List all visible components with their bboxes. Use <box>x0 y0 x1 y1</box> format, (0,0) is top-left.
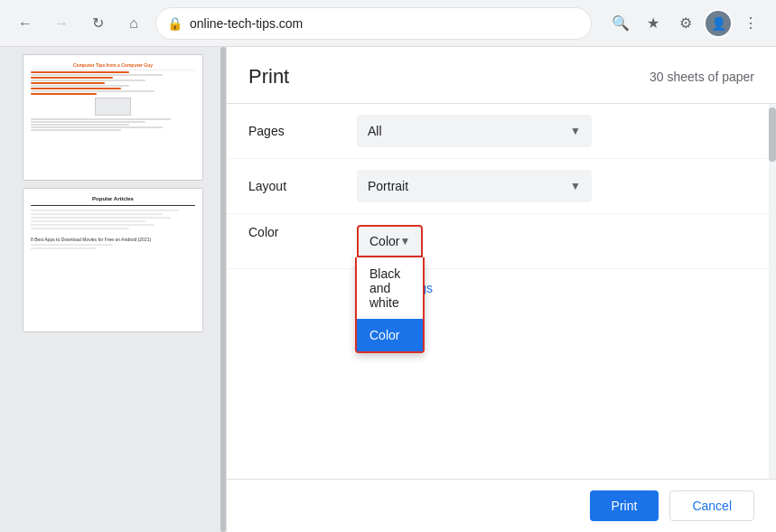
layout-dropdown[interactable]: Portrait ▼ <box>357 170 592 202</box>
page-thumb-2: Popular Articles 8 Best Apps to Download… <box>23 188 203 332</box>
main-content: Computer Tips from a Computer Guy Popula… <box>0 47 776 532</box>
layout-dropdown-arrow: ▼ <box>570 180 581 192</box>
color-option-color[interactable]: Color <box>357 319 423 351</box>
layout-row: Layout Portrait ▼ <box>227 159 776 214</box>
forward-button[interactable]: → <box>47 9 76 38</box>
more-settings-row: More settings <box>227 269 776 307</box>
thumb2-article-text: 8 Best Apps to Download Movies for Free … <box>31 237 195 242</box>
bookmark-icon[interactable]: ★ <box>639 9 668 38</box>
color-label: Color <box>248 225 357 239</box>
thumb1-title: Computer Tips from a Computer Guy <box>31 62 195 68</box>
print-body: Pages All ▼ Layout Portrait ▼ <box>227 104 776 479</box>
layout-value: Portrait <box>368 179 408 193</box>
reload-button[interactable]: ↻ <box>83 9 112 38</box>
color-dropdown[interactable]: Color ▼ <box>357 225 423 257</box>
right-scrollbar[interactable] <box>769 104 776 479</box>
layout-control: Portrait ▼ <box>357 170 754 202</box>
print-panel: Print 30 sheets of paper Pages All ▼ Lay… <box>226 47 776 532</box>
browser-toolbar-icons: 🔍 ★ ⚙ 👤 ⋮ <box>606 9 765 38</box>
right-scrollbar-thumb[interactable] <box>769 107 776 162</box>
print-title: Print <box>248 65 289 89</box>
pages-dropdown-arrow: ▼ <box>570 125 581 137</box>
preview-panel: Computer Tips from a Computer Guy Popula… <box>0 47 226 532</box>
search-icon[interactable]: 🔍 <box>606 9 635 38</box>
extensions-icon[interactable]: ⚙ <box>671 9 700 38</box>
pages-control: All ▼ <box>357 115 754 147</box>
lock-icon: 🔒 <box>167 16 182 31</box>
home-button[interactable]: ⌂ <box>119 9 148 38</box>
back-button[interactable]: ← <box>11 9 40 38</box>
pages-label: Pages <box>248 124 357 138</box>
color-control: Color ▼ Black and white Color <box>357 225 423 257</box>
color-value: Color <box>369 234 399 248</box>
color-dropdown-arrow: ▼ <box>399 235 410 247</box>
print-header: Print 30 sheets of paper <box>227 47 776 104</box>
page-thumb-1: Computer Tips from a Computer Guy <box>23 54 203 181</box>
browser-toolbar: ← → ↻ ⌂ 🔒 online-tech-tips.com 🔍 ★ ⚙ 👤 ⋮ <box>0 0 776 47</box>
url-text: online-tech-tips.com <box>190 16 580 31</box>
print-footer: Print Cancel <box>227 479 776 532</box>
layout-label: Layout <box>248 179 357 193</box>
color-dropdown-menu: Black and white Color <box>355 257 425 353</box>
color-row: Color Color ▼ Black and white Color <box>227 214 776 269</box>
avatar[interactable]: 👤 <box>704 9 733 38</box>
print-button[interactable]: Print <box>590 490 659 521</box>
color-option-bw[interactable]: Black and white <box>357 257 423 319</box>
thumb2-title: Popular Articles <box>31 196 195 201</box>
sheets-info: 30 sheets of paper <box>650 70 754 84</box>
pages-dropdown[interactable]: All ▼ <box>357 115 592 147</box>
pages-value: All <box>368 124 382 138</box>
address-bar[interactable]: 🔒 online-tech-tips.com <box>155 7 592 40</box>
menu-icon[interactable]: ⋮ <box>736 9 765 38</box>
pages-row: Pages All ▼ <box>227 104 776 159</box>
cancel-button[interactable]: Cancel <box>669 490 754 521</box>
